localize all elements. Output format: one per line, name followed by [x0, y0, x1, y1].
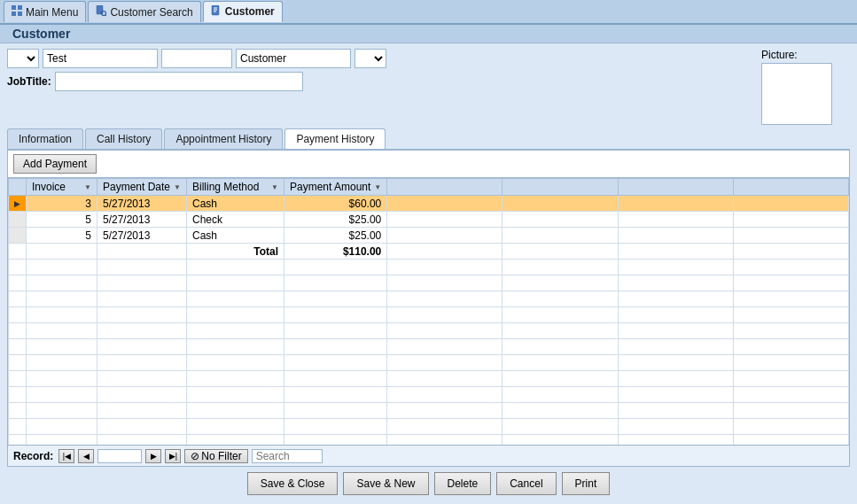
table-cell-empty — [733, 196, 848, 212]
picture-box: Picture: — [761, 49, 850, 125]
table-row-empty — [9, 419, 849, 435]
table-cell: Check — [186, 212, 284, 228]
jobtitle-label: JobTitle: — [7, 75, 51, 88]
save-close-button[interactable]: Save & Close — [247, 472, 339, 495]
invoice-sort-icon: ▼ — [84, 183, 91, 191]
middle-name-input[interactable] — [161, 49, 232, 68]
table-cell-empty — [618, 196, 733, 212]
row-indicator — [9, 212, 27, 228]
print-button[interactable]: Print — [562, 472, 611, 495]
inner-tabs: Information Call History Appointment His… — [7, 128, 850, 150]
th-extra4 — [733, 179, 848, 196]
th-billing-method[interactable]: Billing Method ▼ — [186, 179, 284, 196]
nav-bar: Record: |◀ ◀ ▶ ▶| ⊘ No Filter — [8, 445, 849, 466]
nav-first-button[interactable]: |◀ — [58, 449, 74, 463]
total-amount: $110.00 — [284, 244, 386, 260]
svg-rect-2 — [12, 12, 16, 16]
table-cell: Cash — [186, 196, 284, 212]
table-row-empty — [9, 307, 849, 323]
table-total-row: Total$110.00 — [9, 244, 849, 260]
th-payment-amount[interactable]: Payment Amount ▼ — [284, 179, 386, 196]
table-container: Add Payment Invoice ▼ — [7, 150, 850, 467]
table-row-empty — [9, 355, 849, 371]
table-cell-empty — [503, 212, 618, 228]
nav-next-button[interactable]: ▶ — [145, 449, 161, 463]
jobtitle-row: JobTitle: — [7, 72, 756, 91]
tab-customer[interactable]: Customer — [203, 1, 283, 22]
table-cell: $60.00 — [284, 196, 386, 212]
tab-information[interactable]: Information — [7, 128, 83, 149]
th-extra3 — [618, 179, 733, 196]
svg-line-6 — [105, 15, 106, 16]
customer-title: Customer — [7, 24, 75, 43]
table-row[interactable]: ▶35/27/2013Cash$60.00 — [9, 196, 849, 212]
table-row-empty — [9, 291, 849, 307]
tab-call-history[interactable]: Call History — [85, 128, 162, 149]
svg-rect-3 — [18, 12, 22, 16]
table-cell-empty — [503, 228, 618, 244]
table-row-empty — [9, 435, 849, 446]
tab-customer-label: Customer — [225, 5, 275, 18]
tab-payment-history[interactable]: Payment History — [284, 128, 386, 149]
tab-strip: Main Menu Customer Search Customer — [0, 0, 857, 25]
search-doc-icon — [96, 5, 106, 19]
tab-main-menu-label: Main Menu — [26, 6, 78, 19]
header-left: JobTitle: — [7, 49, 756, 91]
no-filter-button[interactable]: ⊘ No Filter — [184, 449, 247, 463]
jobtitle-input[interactable] — [55, 72, 303, 91]
th-invoice[interactable]: Invoice ▼ — [27, 179, 97, 196]
table-cell: 5 — [27, 212, 97, 228]
record-label: Record: — [13, 450, 53, 462]
payment-table: Invoice ▼ Payment Date ▼ — [8, 178, 849, 445]
billmethod-sort-icon: ▼ — [271, 183, 278, 191]
picture-frame — [761, 63, 832, 125]
grid-icon — [12, 5, 22, 19]
th-extra2 — [503, 179, 618, 196]
tab-customer-search[interactable]: Customer Search — [88, 1, 200, 22]
table-row-empty — [9, 371, 849, 387]
table-cell: 5 — [27, 228, 97, 244]
table-cell: $25.00 — [284, 228, 386, 244]
total-label: Total — [186, 244, 284, 260]
table-cell: 5/27/2013 — [97, 196, 187, 212]
table-row[interactable]: 55/27/2013Cash$25.00 — [9, 228, 849, 244]
table-cell-empty — [387, 228, 503, 244]
doc-icon — [211, 5, 222, 19]
cancel-button[interactable]: Cancel — [496, 472, 556, 495]
table-cell-empty — [618, 228, 733, 244]
table-row-empty — [9, 260, 849, 275]
th-payment-date[interactable]: Payment Date ▼ — [97, 179, 187, 196]
search-input[interactable] — [252, 449, 323, 463]
tab-main-menu[interactable]: Main Menu — [4, 1, 86, 22]
picture-label: Picture: — [761, 49, 798, 61]
table-cell: $25.00 — [284, 212, 386, 228]
suffix-dropdown[interactable] — [354, 49, 386, 68]
delete-button[interactable]: Delete — [434, 472, 492, 495]
tab-appointment-history[interactable]: Appointment History — [164, 128, 283, 149]
table-row-empty — [9, 387, 849, 403]
table-row-empty — [9, 323, 849, 339]
nav-last-button[interactable]: ▶| — [165, 449, 181, 463]
prefix-dropdown[interactable] — [7, 49, 39, 68]
data-grid[interactable]: Invoice ▼ Payment Date ▼ — [8, 177, 849, 445]
table-cell: Cash — [186, 228, 284, 244]
save-new-button[interactable]: Save & New — [343, 472, 428, 495]
table-cell: 5/27/2013 — [97, 228, 187, 244]
filter-icon: ⊘ — [191, 450, 199, 462]
table-header-row: Invoice ▼ Payment Date ▼ — [9, 179, 849, 196]
table-cell-empty — [503, 196, 618, 212]
table-cell: 3 — [27, 196, 97, 212]
table-row[interactable]: 55/27/2013Check$25.00 — [9, 212, 849, 228]
row-indicator: ▶ — [9, 196, 27, 212]
main-content: Customer JobTitle: Picture: — [0, 25, 857, 504]
name-row — [7, 49, 756, 68]
last-name-input[interactable] — [236, 49, 351, 68]
add-payment-button[interactable]: Add Payment — [13, 154, 97, 174]
svg-rect-0 — [12, 5, 16, 10]
table-row-empty — [9, 403, 849, 419]
nav-record-input[interactable] — [97, 449, 142, 463]
nav-prev-button[interactable]: ◀ — [78, 449, 94, 463]
table-row-empty — [9, 339, 849, 355]
th-extra1 — [387, 179, 503, 196]
first-name-input[interactable] — [43, 49, 158, 68]
